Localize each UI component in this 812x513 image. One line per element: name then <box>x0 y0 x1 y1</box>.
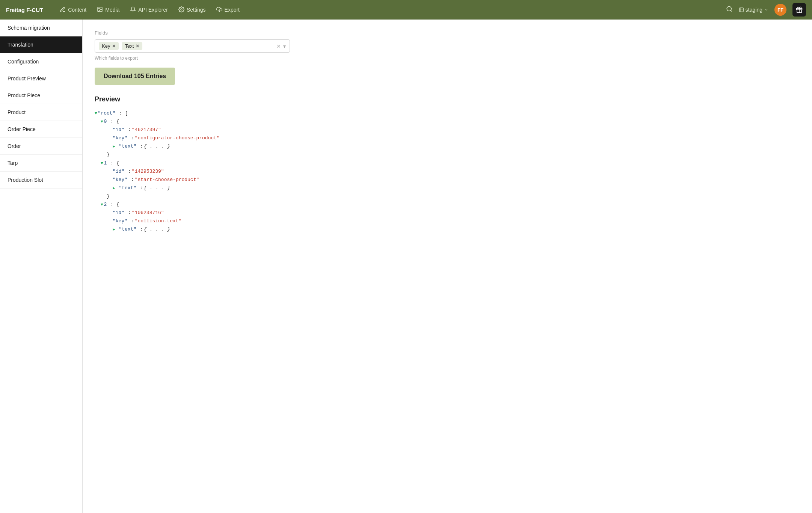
json-preview: ▼ "root" : [ ▼ 0 : { "id" : "46217397" <box>95 109 800 234</box>
sidebar-item-configuration-label: Configuration <box>8 59 39 65</box>
sidebar-item-schema-migration[interactable]: Schema migration <box>0 20 82 36</box>
json-entry-1-key: "key" : "start-choose-product" <box>113 176 800 184</box>
json-entry-1-text-collapsed: { . . . } <box>144 184 170 192</box>
preview-title: Preview <box>95 95 800 103</box>
nav-media-label: Media <box>105 7 119 13</box>
nav-media[interactable]: Media <box>92 4 124 16</box>
entry-2-expand-icon[interactable]: ▼ <box>101 201 103 208</box>
sidebar-item-order-label: Order <box>8 143 21 149</box>
entry-0-expand-icon[interactable]: ▼ <box>101 118 103 125</box>
json-entry-0-text: ▶ "text" : { . . . } <box>113 142 800 151</box>
json-entry-2-text-collapsed: { . . . } <box>144 225 170 234</box>
nav-content-label: Content <box>68 7 86 13</box>
entry-2-text-expand-icon[interactable]: ▶ <box>113 226 115 233</box>
field-key-label: Key <box>102 43 110 49</box>
sidebar-item-production-slot-label: Production Slot <box>8 177 43 183</box>
fields-clear-button[interactable]: ✕ <box>276 43 281 49</box>
json-entry-1: ▼ 1 : { "id" : "142953239" "key" : "star… <box>95 159 800 201</box>
topnav-right: staging FF <box>726 3 806 17</box>
svg-point-1 <box>99 8 100 9</box>
json-entry-1-header: ▼ 1 : { <box>101 159 800 167</box>
json-entry-2-id: "id" : "106238716" <box>113 209 800 217</box>
json-entry-0-id: "id" : "46217397" <box>113 126 800 134</box>
sidebar-item-production-slot[interactable]: Production Slot <box>0 172 82 189</box>
sidebar-item-tarp[interactable]: Tarp <box>0 155 82 172</box>
json-entry-1-key-value: "start-choose-product" <box>135 176 199 184</box>
api-explorer-icon <box>130 6 136 14</box>
svg-point-4 <box>727 6 731 11</box>
sidebar-item-translation[interactable]: Translation <box>0 36 82 53</box>
json-entry-1-text: ▶ "text" : { . . . } <box>113 184 800 192</box>
json-entry-0-key-value: "configurator-choose-product" <box>135 134 220 142</box>
nav-export-label: Export <box>225 7 240 13</box>
nav-settings-label: Settings <box>187 7 206 13</box>
sidebar: Schema migration Translation Configurati… <box>0 20 83 513</box>
json-entry-0-id-value: "46217397" <box>132 126 161 134</box>
field-key-remove[interactable]: ✕ <box>112 44 116 48</box>
avatar-initials: FF <box>777 7 783 13</box>
json-entry-1-id: "id" : "142953239" <box>113 167 800 176</box>
svg-line-5 <box>730 10 732 11</box>
sidebar-item-product-preview-label: Product Preview <box>8 75 46 81</box>
main-layout: Schema migration Translation Configurati… <box>0 20 812 513</box>
json-entry-0-key: "key" : "configurator-choose-product" <box>113 134 800 142</box>
main-content: Fields Key ✕ Text ✕ ✕ ▾ Which fields to … <box>83 20 812 513</box>
sidebar-item-product-piece[interactable]: Product Piece <box>0 87 82 104</box>
fields-hint: Which fields to export <box>95 56 800 61</box>
brand-title: Freitag F-CUT <box>6 7 43 13</box>
export-icon <box>216 6 222 14</box>
sidebar-item-schema-migration-label: Schema migration <box>8 25 50 31</box>
gift-button[interactable] <box>792 3 806 17</box>
entry-1-expand-icon[interactable]: ▼ <box>101 160 103 167</box>
content-icon <box>60 6 66 14</box>
field-text-label: Text <box>125 43 134 49</box>
json-entry-0-header: ▼ 0 : { <box>101 118 800 126</box>
json-entry-0-index: 0 <box>104 118 107 126</box>
fields-row-controls: ✕ ▾ <box>276 43 286 49</box>
fields-dropdown-button[interactable]: ▾ <box>283 43 286 49</box>
nav-settings[interactable]: Settings <box>174 4 210 16</box>
field-text-remove[interactable]: ✕ <box>136 44 139 48</box>
nav-export[interactable]: Export <box>212 4 244 16</box>
svg-point-2 <box>181 9 182 10</box>
sidebar-item-order[interactable]: Order <box>0 138 82 155</box>
json-entry-0-body: "id" : "46217397" "key" : "configurator-… <box>101 126 800 151</box>
sidebar-item-order-piece-label: Order Piece <box>8 126 36 132</box>
sidebar-item-product-piece-label: Product Piece <box>8 92 40 98</box>
json-entry-2-id-value: "106238716" <box>132 209 164 217</box>
sidebar-item-order-piece[interactable]: Order Piece <box>0 121 82 138</box>
sidebar-item-product-preview[interactable]: Product Preview <box>0 70 82 87</box>
media-icon <box>97 6 103 14</box>
settings-icon <box>178 6 184 14</box>
json-entry-1-index: 1 <box>104 159 107 167</box>
environment-selector[interactable]: staging <box>739 7 768 13</box>
root-expand-icon[interactable]: ▼ <box>95 110 97 117</box>
json-entry-2-header: ▼ 2 : { <box>101 201 800 209</box>
nav-api-explorer[interactable]: API Explorer <box>125 4 172 16</box>
json-entry-1-id-value: "142953239" <box>132 167 164 176</box>
user-avatar[interactable]: FF <box>774 4 786 16</box>
json-entry-2: ▼ 2 : { "id" : "106238716" "key" : "coll… <box>95 201 800 234</box>
sidebar-item-product[interactable]: Product <box>0 104 82 121</box>
search-button[interactable] <box>726 6 733 14</box>
sidebar-item-product-label: Product <box>8 109 26 115</box>
json-entry-2-key: "key" : "collision-text" <box>113 217 800 225</box>
json-root-key: "root" <box>98 109 116 118</box>
fields-label: Fields <box>95 30 800 36</box>
sidebar-item-configuration[interactable]: Configuration <box>0 53 82 70</box>
json-entry-2-index: 2 <box>104 201 107 209</box>
json-entry-0: ▼ 0 : { "id" : "46217397" "key" : "confi… <box>95 118 800 159</box>
json-entry-0-text-collapsed: { . . . } <box>144 142 170 151</box>
download-button[interactable]: Download 105 Entries <box>95 68 175 85</box>
env-label: staging <box>746 7 762 13</box>
json-entry-2-body: "id" : "106238716" "key" : "collision-te… <box>101 209 800 234</box>
nav-api-label: API Explorer <box>138 7 168 13</box>
field-tag-key: Key ✕ <box>99 42 119 50</box>
json-entry-2-text: ▶ "text" : { . . . } <box>113 225 800 234</box>
json-entry-2-key-value: "collision-text" <box>135 217 182 225</box>
nav-content[interactable]: Content <box>55 4 91 16</box>
entry-0-text-expand-icon[interactable]: ▶ <box>113 143 115 150</box>
fields-input-row: Key ✕ Text ✕ ✕ ▾ <box>95 39 290 53</box>
sidebar-item-translation-label: Translation <box>8 42 33 48</box>
entry-1-text-expand-icon[interactable]: ▶ <box>113 185 115 192</box>
